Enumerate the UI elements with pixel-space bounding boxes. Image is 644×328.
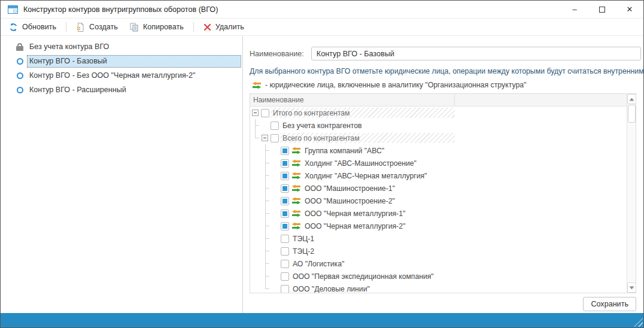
row-checkbox[interactable]: [281, 197, 289, 205]
collapse-expander-icon[interactable]: [252, 110, 259, 116]
status-bar: [1, 313, 643, 327]
tree-row[interactable]: ООО "Черная металлургия-2": [250, 220, 627, 232]
tree-row-label: ООО "Черная металлургия-1": [302, 208, 408, 218]
tree-row[interactable]: АО "Логистика": [250, 257, 627, 270]
org-structure-icon: [291, 172, 301, 180]
name-input[interactable]: [311, 47, 641, 60]
scroll-up-button[interactable]: [627, 94, 636, 104]
tree-row[interactable]: Группа компаний "АВС": [250, 144, 627, 157]
row-checkbox[interactable]: [281, 209, 289, 218]
row-checkbox[interactable]: [281, 235, 289, 243]
delete-button[interactable]: Удалить: [198, 20, 250, 34]
row-checkbox[interactable]: [281, 159, 289, 168]
create-label: Создать: [89, 23, 118, 31]
row-checkbox[interactable]: [281, 272, 289, 281]
new-document-icon: [76, 23, 85, 32]
row-checkbox[interactable]: [281, 247, 289, 256]
row-checkbox[interactable]: [281, 184, 289, 193]
org-structure-icon: [291, 159, 301, 167]
tree-row-label: Без учета контрагентов: [280, 120, 364, 130]
circle-icon: [14, 72, 26, 79]
instruction-text: Для выбранного контура ВГО отметьте юрид…: [250, 67, 643, 75]
tree-row[interactable]: Холдинг "АВС-Машиностроение": [250, 157, 627, 169]
org-structure-icon: [291, 147, 301, 154]
tree-connector-line: [255, 119, 260, 132]
tree-connector-line: [265, 245, 270, 257]
counterparty-tree: Наименование Итого по контрагентамБез уч…: [250, 93, 636, 293]
tree-row[interactable]: Холдинг "АВС-Черная металлургия": [250, 169, 627, 182]
create-button[interactable]: Создать: [70, 20, 124, 34]
tree-row[interactable]: ТЭЦ-2: [250, 245, 627, 257]
tree-connector-line: [265, 283, 270, 293]
tree-row-label: ООО "Машиностроение-1": [302, 183, 397, 193]
tree-row-label: АО "Логистика": [290, 259, 347, 269]
org-structure-icon: [291, 184, 301, 192]
maximize-icon: [599, 7, 605, 13]
row-checkbox[interactable]: [261, 109, 269, 117]
app-window: Конструктор контуров внутригрупповых обо…: [0, 0, 644, 328]
tree-connector-line: [265, 157, 270, 169]
copy-label: Копировать: [143, 23, 184, 31]
tree-connector-line: [265, 144, 270, 157]
tree-row-label: Итого по контрагентам: [271, 108, 455, 118]
tree-body: Итого по контрагентамБез учета контраген…: [250, 107, 627, 293]
tree-header-empty-column: [455, 94, 627, 106]
contour-label: Без учета контура ВГО: [27, 41, 113, 53]
tree-row[interactable]: ООО "Деловые линии": [250, 283, 627, 293]
scroll-down-button[interactable]: [627, 283, 636, 293]
contour-details-panel: Наименование: Для выбранного контура ВГО…: [243, 36, 643, 313]
tree-connector-line: [265, 207, 270, 220]
tree-row[interactable]: Без учета контрагентов: [250, 119, 627, 132]
tree-row-label: ООО "Первая экспедиционная компания": [290, 271, 436, 281]
tree-row[interactable]: Всего по контрагентам: [250, 132, 627, 144]
tree-row-label: ООО "Деловые линии": [290, 284, 372, 293]
row-checkbox[interactable]: [281, 147, 289, 155]
tree-row[interactable]: ООО "Машиностроение-2": [250, 195, 627, 207]
toolbar-separator: [193, 22, 194, 32]
tree-row[interactable]: ООО "Машиностроение-1": [250, 182, 627, 195]
refresh-icon: [9, 23, 18, 32]
org-structure-icon: [291, 197, 301, 205]
row-checkbox[interactable]: [281, 285, 289, 293]
tree-row[interactable]: Итого по контрагентам: [250, 107, 627, 119]
row-checkbox[interactable]: [271, 134, 279, 142]
tree-header-name-column: Наименование: [250, 94, 455, 106]
row-checkbox[interactable]: [271, 122, 279, 130]
scrollbar-thumb[interactable]: [628, 105, 636, 123]
save-button[interactable]: Сохранить: [583, 297, 636, 311]
circle-icon: [14, 87, 26, 93]
refresh-button[interactable]: Обновить: [3, 20, 62, 34]
tree-row[interactable]: ООО "Первая экспедиционная компания": [250, 270, 627, 283]
copy-button[interactable]: Копировать: [124, 20, 190, 34]
collapse-expander-icon[interactable]: [262, 135, 268, 141]
tree-connector-line: [265, 257, 270, 270]
tree-row-label: ООО "Машиностроение-2": [302, 196, 397, 206]
tree-row[interactable]: ТЭЦ-1: [250, 232, 627, 245]
contour-label: Контур ВГО - Расширенный: [27, 84, 130, 96]
contour-list-item[interactable]: Контур ВГО - Расширенный: [1, 83, 242, 97]
tree-connector-line: [265, 220, 270, 232]
row-checkbox[interactable]: [281, 222, 289, 230]
contour-list-item[interactable]: Контур ВГО - Базовый: [1, 54, 242, 68]
app-window-icon: [8, 5, 18, 14]
tree-connector-line: [265, 195, 270, 207]
contour-list-item[interactable]: Контур ВГО - Без ООО "Черная металлургия…: [1, 68, 242, 83]
contour-list: Без учета контура ВГОКонтур ВГО - Базовы…: [1, 36, 243, 313]
toolbar: Обновить Создать Копировать Удалить: [1, 19, 643, 36]
contour-list-item[interactable]: Без учета контура ВГО: [1, 40, 242, 54]
contour-label: Контур ВГО - Базовый: [27, 55, 241, 68]
maximize-button[interactable]: [588, 1, 616, 18]
tree-row-label: Холдинг "АВС-Машиностроение": [302, 158, 419, 168]
window-title: Конструктор контуров внутригрупповых обо…: [23, 5, 218, 14]
tree-connector-line: [265, 232, 270, 245]
tree-row-label: Холдинг "АВС-Черная металлургия": [302, 171, 429, 181]
resize-grip[interactable]: [634, 318, 643, 327]
minimize-button[interactable]: –: [561, 1, 588, 18]
row-checkbox[interactable]: [281, 172, 289, 180]
close-button[interactable]: ✕: [616, 1, 643, 18]
tree-row-label: ТЭЦ-2: [290, 246, 317, 256]
row-checkbox[interactable]: [281, 260, 289, 268]
circle-icon: [14, 58, 26, 65]
tree-scrollbar[interactable]: [627, 94, 636, 293]
tree-row[interactable]: ООО "Черная металлургия-1": [250, 207, 627, 220]
